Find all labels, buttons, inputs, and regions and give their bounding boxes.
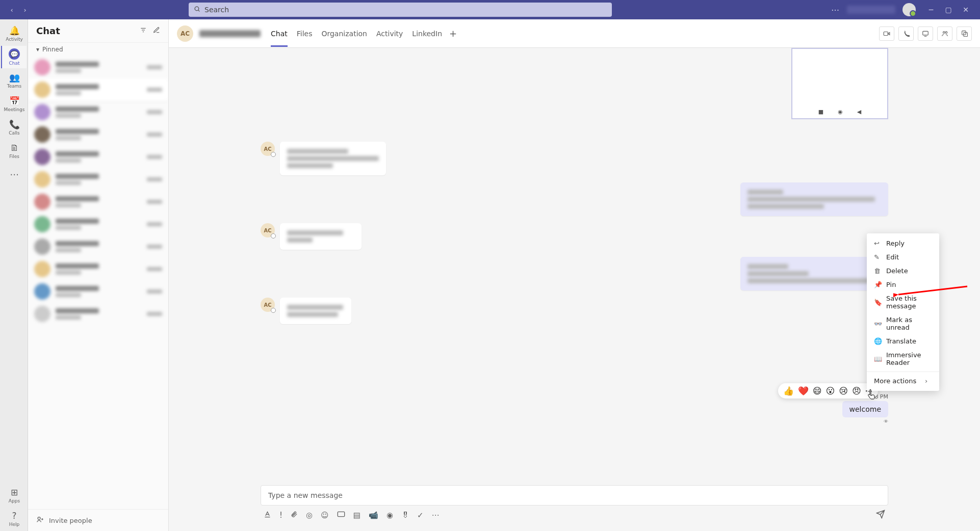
invite-people-button[interactable]: Invite people [28,509,168,531]
schedule-meeting-button[interactable]: 📹 [369,511,378,520]
rail-label: Apps [9,498,20,503]
tab-files[interactable]: Files [297,21,313,46]
menu-item-edit[interactable]: ✎ Edit [867,250,939,264]
reaction-surprised[interactable]: 😮 [826,386,835,396]
priority-button[interactable]: ! [279,511,282,520]
rail-more[interactable]: ⋯ [1,163,27,185]
record-icon[interactable]: ◉ [838,109,843,115]
rail-label: Activity [6,37,23,42]
rail-help[interactable]: ? Help [1,508,27,530]
rail-label: Help [9,522,20,527]
edit-icon: ✎ [874,253,881,261]
reaction-laugh[interactable]: 😄 [813,386,822,396]
attach-button[interactable] [291,511,298,520]
menu-item-more-actions[interactable]: More actions › [867,374,939,388]
menu-item-translate[interactable]: 🌐 Translate [867,334,939,348]
chat-list-item[interactable] [28,191,168,213]
message-image-attachment[interactable]: ■ ◉ ◀ [791,48,888,119]
account-avatar-button[interactable] [902,3,916,16]
rail-teams[interactable]: 👥 Teams [1,69,27,92]
stream-button[interactable]: ◉ [386,511,393,520]
stop-icon[interactable]: ■ [818,109,823,115]
rail-label: Chat [9,61,19,66]
format-button[interactable] [264,511,271,520]
filter-button[interactable] [140,26,147,35]
chat-list-item[interactable] [28,168,168,191]
approvals-button[interactable]: ✓ [417,511,424,520]
compose-toolbar: ! ◎ ☺ ▤ 📹 ◉ 🎖 ✓ ⋯ [261,510,888,521]
play-icon[interactable]: ◀ [857,109,861,115]
app-rail: 🔔 Activity 💬 Chat 👥 Teams 📅 Meetings 📞 C… [0,19,28,531]
chat-list-item[interactable] [28,56,168,78]
popout-chat-button[interactable] [957,26,972,41]
more-options-button[interactable]: ⋯ [831,5,840,15]
chat-list-item[interactable] [28,78,168,101]
chat-list-item[interactable] [28,146,168,168]
tab-organization[interactable]: Organization [321,21,367,46]
rail-meetings[interactable]: 📅 Meetings [1,93,27,115]
chat-panel-title: Chat [36,25,134,36]
menu-item-reply[interactable]: ↩ Reply [867,236,939,250]
chat-list-item[interactable] [28,258,168,280]
rail-chat[interactable]: 💬 Chat [1,46,27,68]
reaction-heart[interactable]: ❤️ [798,386,809,396]
menu-item-pin[interactable]: 📌 Pin [867,278,939,291]
more-compose-button[interactable]: ⋯ [432,511,440,520]
message-input[interactable]: Type a new message [261,485,888,506]
rail-files[interactable]: 🗎 Files [1,140,27,162]
chat-list-item[interactable] [28,123,168,146]
chat-list [28,56,168,509]
add-tab-button[interactable]: + [449,28,457,39]
loop-button[interactable]: ◎ [306,511,313,520]
window-minimize-button[interactable]: ─ [923,3,939,17]
chat-list-item[interactable] [28,280,168,303]
contact-avatar[interactable]: AC [177,25,193,42]
search-placeholder: Search [204,6,229,14]
chat-list-item[interactable] [28,235,168,258]
svg-rect-10 [923,31,929,35]
received-message[interactable]: AC [261,298,888,324]
chat-tabs: Chat Files Organization Activity LinkedI… [271,21,442,46]
received-message[interactable]: AC [261,142,888,175]
tab-activity[interactable]: Activity [376,21,403,46]
new-chat-button[interactable] [153,26,160,35]
rail-calls[interactable]: 📞 Calls [1,116,27,139]
sticker-button[interactable]: ▤ [353,511,360,520]
video-call-button[interactable] [879,26,894,41]
send-button[interactable] [876,510,885,521]
menu-item-immersive-reader[interactable]: 📖 Immersive Reader [867,348,939,369]
tab-chat[interactable]: Chat [271,21,288,46]
reaction-sad[interactable]: 😢 [839,386,848,396]
rail-activity[interactable]: 🔔 Activity [1,22,27,45]
menu-item-delete[interactable]: 🗑 Delete [867,264,939,278]
chat-list-item[interactable] [28,101,168,123]
gif-button[interactable] [337,511,345,520]
menu-item-save[interactable]: 🔖 Save this message [867,291,939,313]
sent-message[interactable] [261,257,888,290]
window-close-button[interactable]: ✕ [958,3,974,17]
messages-scroll-area[interactable]: ■ ◉ ◀ AC [169,48,980,480]
sent-message[interactable] [261,182,888,216]
menu-label: More actions [874,377,916,385]
add-people-button[interactable] [937,26,952,41]
chat-list-item[interactable] [28,213,168,235]
tab-linkedin[interactable]: LinkedIn [412,21,442,46]
reaction-angry[interactable]: 😠 [852,386,861,396]
praise-button[interactable]: 🎖 [401,511,409,520]
nav-forward-button[interactable]: › [19,4,31,15]
window-maximize-button[interactable]: ▢ [940,3,957,17]
emoji-button[interactable]: ☺ [321,511,329,520]
chat-list-item[interactable] [28,303,168,325]
audio-call-button[interactable] [898,26,914,41]
search-input[interactable]: Search [189,3,612,17]
menu-label: Immersive Reader [886,351,932,366]
screen-share-button[interactable] [918,26,933,41]
menu-label: Translate [886,337,916,345]
nav-back-button[interactable]: ‹ [6,4,17,15]
reaction-like[interactable]: 👍 [783,386,794,396]
pinned-section-header[interactable]: ▾ Pinned [28,43,168,56]
chat-header: AC Chat Files Organization Activity Link… [169,19,980,48]
received-message[interactable]: AC [261,223,888,250]
menu-item-mark-unread[interactable]: 👓 Mark as unread [867,313,939,334]
rail-apps[interactable]: ⊞ Apps [1,484,27,507]
